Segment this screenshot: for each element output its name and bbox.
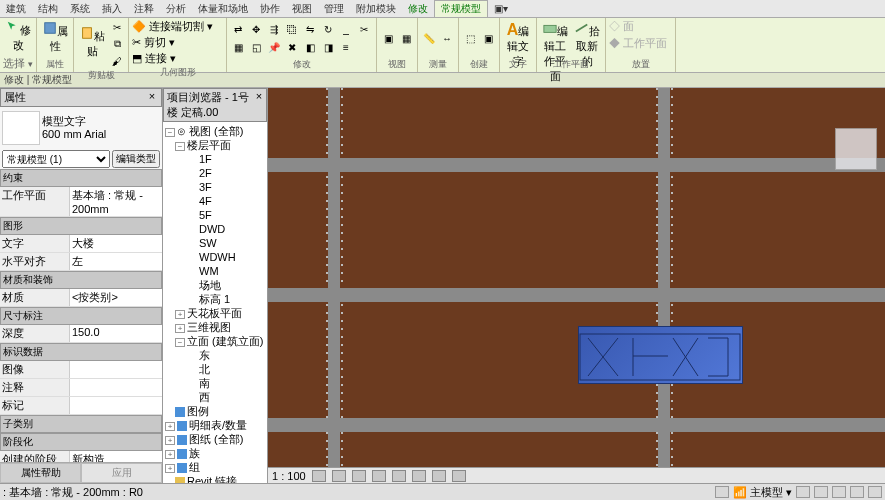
p-created-val[interactable]: 新构造 <box>70 451 162 462</box>
close-icon[interactable]: × <box>146 90 158 105</box>
extra1-icon[interactable]: ◧ <box>302 40 318 56</box>
leaf-west[interactable]: 西 <box>165 390 265 404</box>
cut-icon[interactable]: ✂ <box>109 19 125 35</box>
dim-icon[interactable]: ↔ <box>439 31 455 47</box>
leaf-site[interactable]: 场地 <box>165 278 265 292</box>
tab-mass[interactable]: 体量和场地 <box>192 1 254 17</box>
tab-annot[interactable]: 注释 <box>128 1 160 17</box>
tab-addin[interactable]: 附加模块 <box>350 1 402 17</box>
type-selector[interactable]: 模型文字600 mm Arial <box>0 107 162 149</box>
tab-view[interactable]: 视图 <box>286 1 318 17</box>
paste-button[interactable]: 粘贴 <box>77 26 107 62</box>
p-text-val[interactable]: 大楼 <box>70 235 162 252</box>
leaf-1f[interactable]: 1F <box>165 152 265 166</box>
crop-icon[interactable] <box>392 470 406 482</box>
node-sched[interactable]: +明细表/数量 <box>165 418 265 432</box>
cope-button[interactable]: 🔶 连接端切割 ▾ <box>132 19 213 34</box>
leaf-3f[interactable]: 3F <box>165 180 265 194</box>
tab-arch[interactable]: 建筑 <box>0 1 32 17</box>
array-icon[interactable]: ▦ <box>230 40 246 56</box>
cat-material[interactable]: 材质和装饰 <box>0 271 162 289</box>
leaf-dwd[interactable]: DWD <box>165 222 265 236</box>
delete-icon[interactable]: ✖ <box>284 40 300 56</box>
node-3d[interactable]: +三维视图 <box>165 320 265 334</box>
cut-geom-button[interactable]: ✂ 剪切 ▾ <box>132 35 175 50</box>
leaf-5f[interactable]: 5F <box>165 208 265 222</box>
props-help-button[interactable]: 属性帮助 <box>0 463 81 483</box>
filter-icon[interactable] <box>868 486 882 498</box>
node-elev[interactable]: −立面 (建筑立面) <box>165 334 265 348</box>
leaf-2f[interactable]: 2F <box>165 166 265 180</box>
detail-level-icon[interactable] <box>312 470 326 482</box>
selected-model-text[interactable] <box>578 326 743 384</box>
scale-button[interactable]: 1 : 100 <box>272 470 306 482</box>
leaf-wdwh[interactable]: WDWH <box>165 250 265 264</box>
create-icon[interactable]: ⬚ <box>462 31 478 47</box>
leaf-south[interactable]: 南 <box>165 376 265 390</box>
edit-type-button[interactable]: 编辑类型 <box>112 150 160 168</box>
leaf-bh1[interactable]: 标高 1 <box>165 292 265 306</box>
tab-collapse-icon[interactable]: ▣▾ <box>488 2 514 15</box>
node-views[interactable]: −⊙ 视图 (全部) <box>165 124 265 138</box>
sb-icon[interactable] <box>832 486 846 498</box>
sb-icon[interactable] <box>814 486 828 498</box>
cat-identity[interactable]: 标识数据 <box>0 343 162 361</box>
p-mark-val[interactable] <box>70 397 162 414</box>
view2-icon[interactable]: ▦ <box>398 31 414 47</box>
p-workplane-val[interactable]: 基本墙 : 常规 - 200mm <box>70 187 162 216</box>
tab-collab[interactable]: 协作 <box>254 1 286 17</box>
leaf-sw[interactable]: SW <box>165 236 265 250</box>
edit-workplane-button[interactable]: 编辑工作平面 <box>540 21 570 57</box>
tab-modify[interactable]: 修改 <box>402 1 434 17</box>
leaf-4f[interactable]: 4F <box>165 194 265 208</box>
p-material-val[interactable]: <按类别> <box>70 289 162 306</box>
node-families[interactable]: +族 <box>165 446 265 460</box>
scale-icon[interactable]: ◱ <box>248 40 264 56</box>
visual-style-icon[interactable] <box>332 470 346 482</box>
pin-icon[interactable]: 📌 <box>266 40 282 56</box>
leaf-north[interactable]: 北 <box>165 362 265 376</box>
tab-system[interactable]: 系统 <box>64 1 96 17</box>
viewport-3d[interactable]: 1 : 100 <box>268 88 885 483</box>
p-comment-val[interactable] <box>70 379 162 396</box>
join-geom-button[interactable]: ⬒ 连接 ▾ <box>132 51 176 66</box>
tab-manage[interactable]: 管理 <box>318 1 350 17</box>
sun-icon[interactable] <box>352 470 366 482</box>
group-icon[interactable]: ▣ <box>480 31 496 47</box>
leaf-east[interactable]: 东 <box>165 348 265 362</box>
node-sheets[interactable]: +图纸 (全部) <box>165 432 265 446</box>
tab-analyze[interactable]: 分析 <box>160 1 192 17</box>
cat-subcat[interactable]: 子类别 <box>0 415 162 433</box>
trim-icon[interactable]: ⎯ <box>338 22 354 38</box>
main-model-select[interactable]: 📶 主模型 ▾ <box>733 485 792 500</box>
cat-constraints[interactable]: 约束 <box>0 169 162 187</box>
cat-dims[interactable]: 尺寸标注 <box>0 307 162 325</box>
leaf-wm[interactable]: WM <box>165 264 265 278</box>
p-depth-val[interactable]: 150.0 <box>70 325 162 342</box>
p-halign-val[interactable]: 左 <box>70 253 162 270</box>
sb-icon[interactable] <box>850 486 864 498</box>
reveal-icon[interactable] <box>452 470 466 482</box>
pick-new-button[interactable]: 拾取新的 <box>572 21 602 57</box>
rotate-icon[interactable]: ↻ <box>320 22 336 38</box>
node-ceiling[interactable]: +天花板平面 <box>165 306 265 320</box>
tab-insert[interactable]: 插入 <box>96 1 128 17</box>
tab-generic-model[interactable]: 常规模型 <box>434 0 488 17</box>
copy-icon2[interactable]: ⿻ <box>284 22 300 38</box>
apply-button[interactable]: 应用 <box>81 463 162 483</box>
match-icon[interactable]: 🖌 <box>109 53 125 69</box>
node-floor-plans[interactable]: −楼层平面 <box>165 138 265 152</box>
split-icon[interactable]: ✂ <box>356 22 372 38</box>
extra2-icon[interactable]: ◨ <box>320 40 336 56</box>
edit-text-button[interactable]: A编辑文字 <box>503 21 533 57</box>
instance-select[interactable]: 常规模型 (1) <box>2 150 110 168</box>
hide-isolate-icon[interactable] <box>432 470 446 482</box>
view-icon[interactable]: ▣ <box>380 31 396 47</box>
p-image-val[interactable] <box>70 361 162 378</box>
modify-button[interactable]: 修改 <box>3 20 33 56</box>
close-icon[interactable]: × <box>255 90 263 120</box>
align-icon[interactable]: ⇄ <box>230 22 246 38</box>
mirror-icon[interactable]: ⇋ <box>302 22 318 38</box>
workset-icon[interactable] <box>715 486 729 498</box>
crop-region-icon[interactable] <box>412 470 426 482</box>
